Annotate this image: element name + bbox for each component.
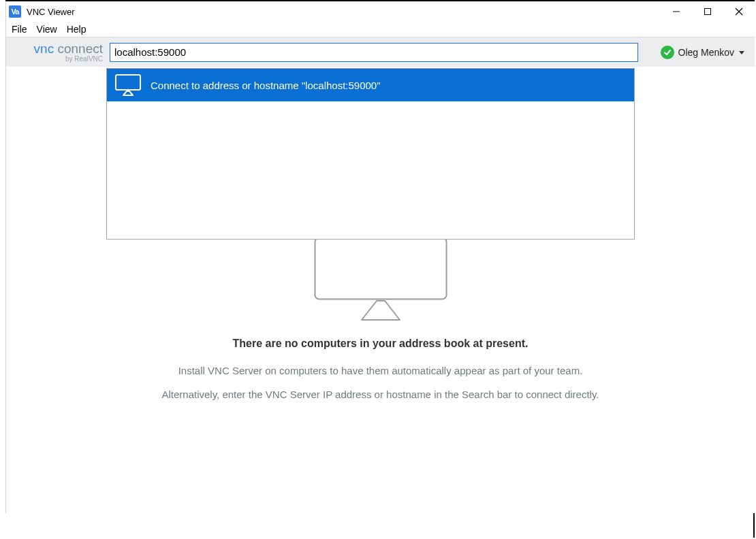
svg-rect-1 [705,9,711,15]
minimize-button[interactable] [661,1,692,22]
app-icon-text: Va [12,8,19,16]
menu-help[interactable]: Help [67,24,86,35]
chevron-down-icon [738,49,745,56]
empty-line-2: Alternatively, enter the VNC Server IP a… [162,389,599,400]
suggestion-panel: Connect to address or hostname "localhos… [106,68,635,240]
brand-part1: vnc [34,42,58,56]
account-name: Oleg Menkov [678,47,734,58]
close-icon [735,7,743,16]
minimize-icon [672,7,680,16]
search-wrap [110,43,638,62]
empty-line-1: Install VNC Server on computers to have … [178,365,583,376]
close-button[interactable] [723,1,755,22]
left-gutter [0,0,5,539]
svg-marker-6 [362,301,400,320]
brand-part2: connect [57,42,103,56]
empty-state: There are no computers in your address b… [6,237,755,400]
svg-rect-7 [116,75,140,90]
address-input[interactable] [110,43,638,62]
menu-bar: File View Help [6,22,755,37]
account-caret [738,49,745,56]
toolbar: vnc connect by RealVNC Oleg Menkov [6,37,755,67]
monitor-icon [314,237,447,321]
menu-view[interactable]: View [37,24,57,35]
menu-file[interactable]: File [12,24,27,35]
title-bar: Va VNC Viewer [6,1,755,22]
maximize-button[interactable] [692,1,723,22]
check-icon [663,48,672,56]
brand-main: vnc connect [34,42,103,55]
maximize-icon [704,7,712,16]
account-menu[interactable]: Oleg Menkov [657,43,749,62]
status-badge [661,46,674,59]
svg-rect-5 [315,238,446,299]
brand-sub: by RealVNC [65,56,103,63]
svg-marker-4 [739,51,744,54]
app-icon: Va [9,5,21,18]
brand-logo: vnc connect by RealVNC [12,42,110,63]
svg-marker-8 [123,91,133,95]
suggestion-label: Connect to address or hostname "localhos… [151,80,381,91]
suggestion-item[interactable]: Connect to address or hostname "localhos… [107,69,634,101]
suggestion-monitor-icon [115,73,141,97]
empty-title: There are no computers in your address b… [233,338,529,350]
monitor-small-icon [115,74,141,96]
window-title: VNC Viewer [27,7,75,17]
